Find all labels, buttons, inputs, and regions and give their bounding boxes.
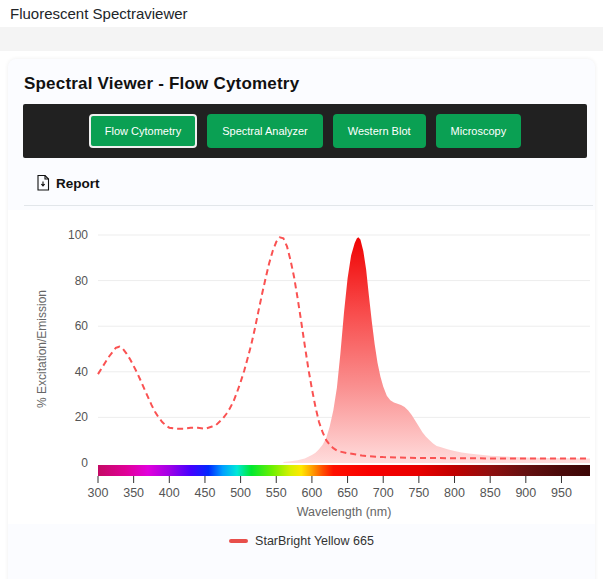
- y-tick-label: 100: [68, 228, 88, 242]
- chart-legend: StarBright Yellow 665: [8, 534, 595, 548]
- header-divider-band: [0, 27, 603, 51]
- y-tick-label: 40: [75, 365, 89, 379]
- x-axis-title: Wavelength (nm): [297, 505, 392, 519]
- app-header: Fluorescent Spectraviewer: [0, 0, 603, 27]
- wavelength-color-bar: [98, 465, 590, 476]
- legend-marker: [229, 539, 248, 543]
- report-label: Report: [56, 176, 100, 191]
- x-tick-label: 950: [551, 486, 572, 500]
- x-tick-label: 400: [159, 486, 180, 500]
- emission-area: [283, 237, 590, 463]
- app-title: Fluorescent Spectraviewer: [10, 5, 188, 22]
- divider: [24, 205, 593, 206]
- y-tick-label: 80: [75, 274, 89, 288]
- x-tick-label: 800: [444, 486, 465, 500]
- spectral-viewer-card: Spectral Viewer - Flow Cytometry Flow Cy…: [8, 59, 595, 579]
- tab-flow-cytometry[interactable]: Flow Cytometry: [89, 114, 197, 148]
- x-tick-label: 300: [88, 486, 109, 500]
- x-tick-label: 900: [515, 486, 536, 500]
- y-tick-label: 20: [75, 410, 89, 424]
- spectra-chart: 020406080100% Excitation/Emission3003504…: [8, 210, 595, 524]
- x-tick-label: 450: [195, 486, 216, 500]
- tab-microscopy[interactable]: Microscopy: [436, 114, 522, 148]
- x-tick-label: 650: [337, 486, 358, 500]
- report-button[interactable]: Report: [36, 175, 595, 191]
- x-tick-label: 700: [373, 486, 394, 500]
- x-tick-label: 500: [230, 486, 251, 500]
- legend-label: StarBright Yellow 665: [255, 534, 374, 548]
- tab-spectral-analyzer[interactable]: Spectral Analyzer: [207, 114, 323, 148]
- mode-toolbar: Flow CytometrySpectral AnalyzerWestern B…: [23, 104, 587, 158]
- spectra-chart-svg: 020406080100% Excitation/Emission3003504…: [8, 210, 595, 520]
- x-tick-label: 600: [301, 486, 322, 500]
- x-tick-label: 350: [123, 486, 144, 500]
- file-arrow-down-icon: [36, 175, 50, 191]
- x-tick-label: 750: [408, 486, 429, 500]
- y-tick-label: 60: [75, 319, 89, 333]
- x-tick-label: 550: [266, 486, 287, 500]
- y-tick-label: 0: [81, 456, 88, 470]
- page-title: Spectral Viewer - Flow Cytometry: [8, 59, 595, 104]
- y-axis-title: % Excitation/Emission: [35, 290, 49, 408]
- x-tick-label: 850: [480, 486, 501, 500]
- tab-western-blot[interactable]: Western Blot: [333, 114, 426, 148]
